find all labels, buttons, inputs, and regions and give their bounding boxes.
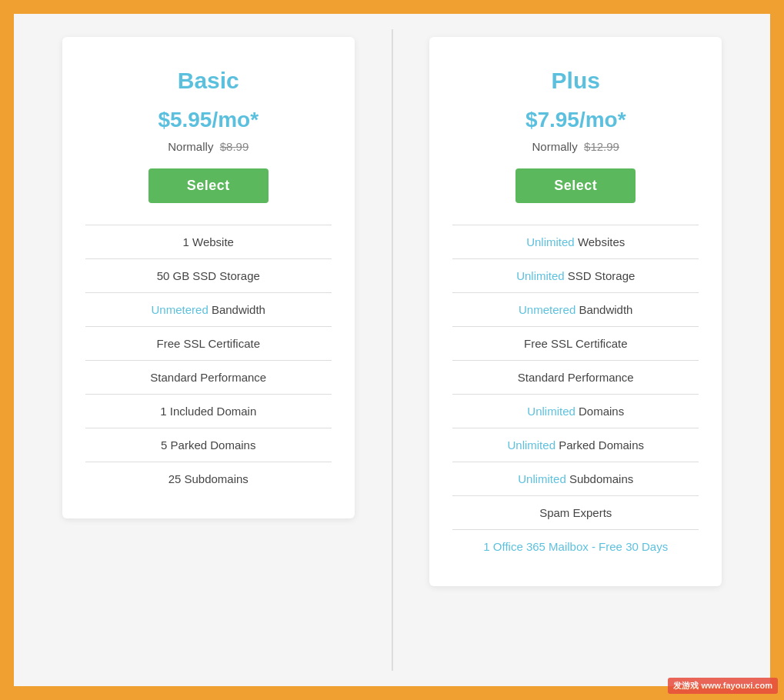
plus-plan-normally: Normally $12.99: [532, 140, 619, 153]
watermark-label: 发游戏: [673, 681, 699, 690]
unmetered-highlight: Unmetered: [519, 303, 575, 316]
pricing-container: Basic $5.95/mo* Normally $8.99 Select 1 …: [12, 12, 772, 688]
unlimited-highlight: Unlimited: [526, 235, 575, 248]
list-item: 1 Office 365 Mailbox - Free 30 Days: [452, 529, 699, 563]
list-item: 5 Parked Domains: [85, 428, 332, 462]
column-divider: [392, 29, 393, 671]
plus-plan-price: $7.95/mo*: [525, 108, 626, 132]
list-item: Unlimited Websites: [452, 225, 699, 258]
list-item: Free SSL Certificate: [452, 326, 699, 360]
list-item: Standard Performance: [85, 360, 332, 394]
plus-column: Plus $7.95/mo* Normally $12.99 Select Un…: [397, 29, 756, 671]
list-item: Unlimited SSD Storage: [452, 258, 699, 292]
basic-select-button[interactable]: Select: [148, 168, 269, 203]
basic-plan-card: Basic $5.95/mo* Normally $8.99 Select 1 …: [62, 37, 355, 518]
list-item: Free SSL Certificate: [85, 326, 332, 360]
basic-column: Basic $5.95/mo* Normally $8.99 Select 1 …: [29, 29, 388, 671]
list-item: Unmetered Bandwidth: [85, 292, 332, 326]
basic-normally-label: Normally: [168, 140, 213, 153]
unlimited-highlight: Unlimited: [518, 472, 566, 485]
list-item: Unmetered Bandwidth: [452, 292, 699, 326]
plus-select-button[interactable]: Select: [515, 168, 636, 203]
basic-plan-price: $5.95/mo*: [158, 108, 259, 132]
unmetered-highlight: Unmetered: [152, 303, 209, 316]
plus-plan-name: Plus: [552, 68, 600, 94]
plus-features-list: Unlimited Websites Unlimited SSD Storage…: [452, 225, 699, 563]
basic-plan-normally: Normally $8.99: [168, 140, 249, 153]
list-item: Unlimited Subdomains: [452, 462, 699, 495]
unlimited-highlight: Unlimited: [527, 405, 575, 418]
basic-normally-price: $8.99: [220, 140, 249, 153]
basic-features-list: 1 Website 50 GB SSD Storage Unmetered Ba…: [85, 225, 332, 495]
list-item: Spam Experts: [452, 495, 699, 529]
basic-plan-name: Basic: [178, 68, 239, 94]
plus-normally-label: Normally: [532, 140, 578, 153]
list-item: Unlimited Domains: [452, 394, 699, 428]
watermark: 发游戏 www.fayouxi.com: [668, 678, 778, 694]
list-item: 25 Subdomains: [85, 462, 332, 495]
watermark-url: www.fayouxi.com: [701, 681, 772, 690]
list-item: 50 GB SSD Storage: [85, 258, 332, 292]
list-item: Standard Performance: [452, 360, 699, 394]
plus-normally-price: $12.99: [584, 140, 619, 153]
unlimited-highlight: Unlimited: [516, 269, 565, 282]
list-item: 1 Included Domain: [85, 394, 332, 428]
office365-highlight: 1 Office 365 Mailbox - Free 30 Days: [483, 540, 668, 553]
list-item: 1 Website: [85, 225, 332, 258]
unlimited-highlight: Unlimited: [507, 438, 555, 452]
list-item: Unlimited Parked Domains: [452, 428, 699, 462]
plus-plan-card: Plus $7.95/mo* Normally $12.99 Select Un…: [429, 37, 722, 586]
